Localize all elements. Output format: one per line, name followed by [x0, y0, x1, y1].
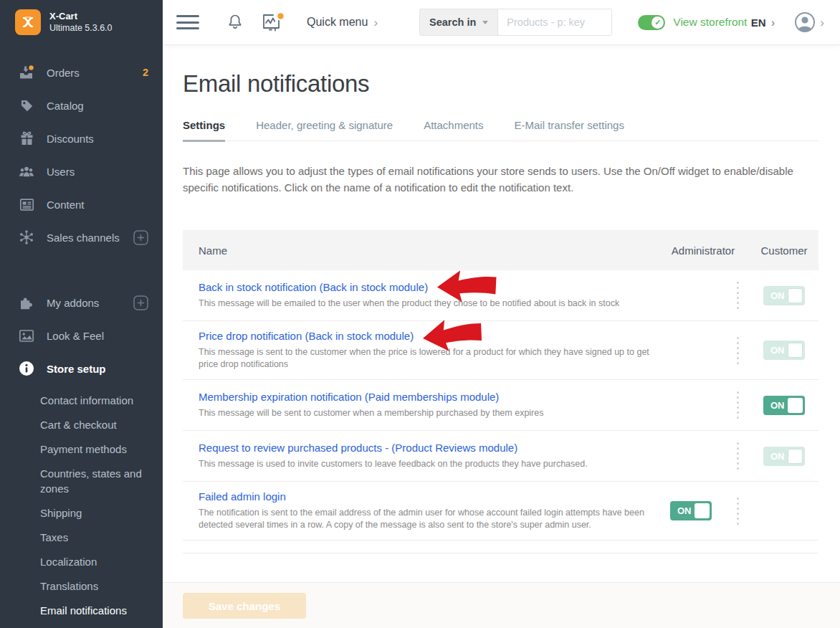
view-storefront-label: View storefront [673, 16, 747, 29]
on-off-toggle[interactable]: ON [763, 447, 805, 466]
sidebar-item-localization[interactable]: Localization [0, 549, 163, 574]
sidebar-item-label: Store setup [47, 363, 148, 375]
table-body: Back in stock notification (Back in stoc… [183, 270, 818, 541]
administrator-cell: ON [657, 501, 725, 520]
sidebar-item-orders[interactable]: Orders 2 [0, 56, 163, 89]
toggle-knob[interactable] [788, 449, 803, 464]
page-description: This page allows you to adjust the types… [183, 163, 818, 196]
view-storefront-toggle[interactable]: ✓ View storefront [638, 15, 747, 30]
on-off-toggle[interactable]: ON [670, 501, 712, 520]
table-row-price-drop-notification-back-in-stock-module: Price drop notification (Back in stock m… [183, 321, 818, 380]
sidebar-item-label: Orders [47, 67, 130, 79]
customer-cell: ON [750, 286, 818, 305]
xcart-logo-icon [15, 9, 41, 35]
toggle-knob[interactable] [788, 343, 803, 358]
sidebar-item-content[interactable]: Content [0, 188, 163, 221]
tab-e-mail-transfer-settings[interactable]: E-Mail transfer settings [515, 119, 624, 142]
notification-link[interactable]: Membership expiration notification (Paid… [199, 391, 499, 403]
store-setup-children: Contact informationCart & checkoutPaymen… [0, 385, 163, 628]
caret-down-icon [482, 21, 488, 24]
sidebar-item-label: Look & Feel [47, 330, 148, 342]
notification-link[interactable]: Request to review purchased products - (… [199, 442, 517, 454]
puzzle-icon [19, 295, 34, 310]
network-icon [19, 229, 34, 245]
toggle-knob[interactable] [788, 398, 803, 413]
sidebar-item-store-setup[interactable]: Store setup [0, 352, 163, 385]
app-window: X-Cart Ultimate 5.3.6.0 Orders 2 Catalog… [0, 0, 840, 628]
content-icon [19, 198, 34, 211]
sidebar-item-email-notifications[interactable]: Email notifications [0, 598, 163, 622]
sidebar-item-countries-states-and-zones[interactable]: Countries, states and zones [0, 461, 163, 500]
sidebar-item-contact-information[interactable]: Contact information [0, 388, 163, 412]
app-edition: Ultimate 5.3.6.0 [49, 23, 113, 34]
column-customer: Customer [750, 244, 818, 257]
red-arrow-annotation [434, 268, 499, 306]
sidebar-item-label: Discounts [47, 133, 148, 145]
red-arrow-annotation [419, 315, 485, 358]
avatar-icon [794, 11, 816, 33]
table-row-request-to-review-purchased-products-product-reviews-module: Request to review purchased products - (… [183, 431, 818, 482]
plus-icon[interactable] [133, 295, 148, 310]
toggle-knob[interactable] [695, 503, 710, 518]
column-name: Name [183, 244, 657, 257]
chevron-right-icon: › [820, 16, 824, 29]
sidebar-item-taxes[interactable]: Taxes [0, 525, 163, 549]
on-off-toggle[interactable]: ON [763, 396, 805, 415]
sidebar-item-look-feel[interactable]: Look & Feel [0, 319, 163, 352]
sidebar-item-shipping[interactable]: Shipping [0, 500, 163, 525]
notification-link[interactable]: Price drop notification (Back in stock m… [199, 330, 414, 342]
plus-icon[interactable] [133, 230, 148, 245]
on-off-toggle[interactable]: ON [763, 286, 805, 305]
sidebar-item-label: Catalog [47, 100, 148, 112]
drag-handle-icon[interactable] [734, 334, 742, 367]
drag-handle-icon[interactable] [734, 279, 742, 312]
save-bar: Save changes [163, 582, 840, 628]
sidebar-item-cart-checkout[interactable]: Cart & checkout [0, 412, 163, 437]
content: Email notifications SettingsHeader, gree… [163, 44, 840, 628]
tab-header-greeting-signature[interactable]: Header, greeting & signature [256, 119, 393, 142]
save-button[interactable]: Save changes [183, 593, 306, 619]
table-row-back-in-stock-notification-back-in-stock-module: Back in stock notification (Back in stoc… [183, 270, 818, 321]
on-off-toggle[interactable]: ON [763, 341, 805, 360]
sidebar-item-my-addons[interactable]: My addons [0, 286, 163, 319]
sidebar: X-Cart Ultimate 5.3.6.0 Orders 2 Catalog… [0, 0, 163, 628]
search-input[interactable] [497, 9, 612, 36]
notification-description: This message will be emailed to the user… [199, 298, 651, 310]
drag-handle-icon[interactable] [734, 439, 742, 472]
sidebar-item-label: Users [47, 166, 148, 178]
sidebar-item-catalog[interactable]: Catalog [0, 89, 163, 122]
drag-handle-icon[interactable] [734, 495, 742, 528]
sidebar-item-users[interactable]: Users [0, 155, 163, 188]
storefront-toggle-icon[interactable]: ✓ [638, 15, 665, 30]
tab-attachments[interactable]: Attachments [424, 119, 483, 142]
orders-icon [19, 65, 34, 80]
hamburger-menu-icon[interactable] [176, 15, 199, 29]
info-icon [19, 361, 34, 376]
sidebar-item-payment-methods[interactable]: Payment methods [0, 437, 163, 461]
sidebar-nav: Orders 2 Catalog Discounts Users Content… [0, 44, 163, 628]
sidebar-item-label: My addons [47, 297, 121, 309]
table-row-failed-admin-login: Failed admin login The notification is s… [183, 482, 818, 541]
main-area: Quick menu › Search in ✓ View storefront… [163, 0, 840, 628]
table-row-membership-expiration-notification-paid-memberships-module: Membership expiration notification (Paid… [183, 380, 818, 431]
notification-description: The notification is sent to the email ad… [199, 507, 651, 531]
drag-handle-icon[interactable] [734, 389, 742, 422]
search-scope-dropdown[interactable]: Search in [419, 9, 497, 36]
notifications-table: Name Administrator Customer Back in stoc… [183, 230, 818, 553]
notifications-bell-icon[interactable] [226, 13, 244, 32]
toggle-knob[interactable] [788, 288, 803, 303]
chevron-right-icon: › [771, 16, 775, 29]
notification-link[interactable]: Back in stock notification (Back in stoc… [199, 281, 428, 293]
sidebar-item-discounts[interactable]: Discounts [0, 122, 163, 155]
tag-icon [19, 98, 34, 113]
news-activity-icon[interactable] [261, 12, 285, 32]
sidebar-item-sales-channels[interactable]: Sales channels [0, 221, 163, 254]
account-menu[interactable]: › [794, 11, 824, 33]
tab-settings[interactable]: Settings [183, 119, 225, 142]
sidebar-item-translations[interactable]: Translations [0, 574, 163, 598]
quick-menu-button[interactable]: Quick menu › [307, 16, 378, 29]
notification-link[interactable]: Failed admin login [199, 490, 286, 503]
language-selector[interactable]: EN › [751, 16, 775, 29]
sidebar-item-seo-settings[interactable]: SEO settings [0, 622, 163, 628]
brand[interactable]: X-Cart Ultimate 5.3.6.0 [0, 0, 163, 44]
